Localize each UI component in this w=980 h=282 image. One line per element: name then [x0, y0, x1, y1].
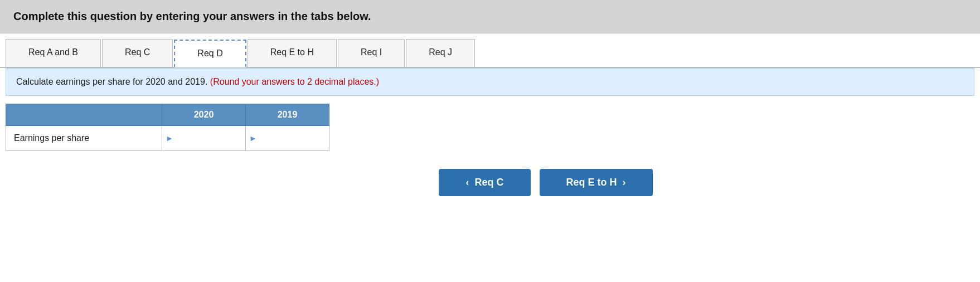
instructions-normal-text: Calculate earnings per share for 2020 an… [16, 77, 210, 86]
row-label-eps: Earnings per share [6, 126, 162, 151]
tabs-container: Req A and B Req C Req D Req E to H Req I… [0, 39, 980, 68]
tab-req-c[interactable]: Req C [102, 39, 173, 67]
arrow-2019: ► [249, 134, 257, 143]
next-button-label: Req E to H [566, 177, 617, 188]
tab-req-d[interactable]: Req D [174, 40, 246, 67]
arrow-2020: ► [166, 134, 173, 143]
col-header-2019: 2019 [246, 104, 329, 126]
next-arrow-icon: › [623, 177, 626, 188]
header-text: Complete this question by entering your … [13, 10, 371, 22]
prev-arrow-icon: ‹ [465, 177, 469, 188]
input-cell-inner-2019: ► [246, 126, 329, 150]
col-header-2020: 2020 [162, 104, 246, 126]
earnings-table: 2020 2019 Earnings per share ► [6, 104, 329, 151]
col-header-empty [6, 104, 162, 126]
prev-button-label: Req C [474, 177, 503, 188]
prev-button[interactable]: ‹ Req C [439, 169, 530, 196]
input-eps-2020[interactable] [176, 132, 242, 145]
header-bar: Complete this question by entering your … [0, 0, 980, 33]
tab-req-ab[interactable]: Req A and B [6, 39, 101, 67]
tab-req-i[interactable]: Req I [338, 39, 405, 67]
page-wrapper: Complete this question by entering your … [0, 0, 980, 282]
tab-req-j[interactable]: Req J [406, 39, 475, 67]
input-eps-2019[interactable] [259, 132, 326, 145]
table-row: Earnings per share ► ► [6, 126, 329, 151]
instructions-bar: Calculate earnings per share for 2020 an… [6, 68, 974, 96]
data-table-wrapper: 2020 2019 Earnings per share ► [6, 104, 329, 151]
input-cell-inner-2020: ► [162, 126, 245, 150]
tab-req-eh[interactable]: Req E to H [248, 39, 337, 67]
cell-2020: ► [162, 126, 246, 151]
cell-2019: ► [246, 126, 329, 151]
content-area: Calculate earnings per share for 2020 an… [0, 68, 980, 207]
nav-buttons: ‹ Req C Req E to H › [6, 169, 974, 196]
table-header-row: 2020 2019 [6, 104, 329, 126]
instructions-red-text: (Round your answers to 2 decimal places.… [210, 77, 379, 86]
next-button[interactable]: Req E to H › [540, 169, 653, 196]
